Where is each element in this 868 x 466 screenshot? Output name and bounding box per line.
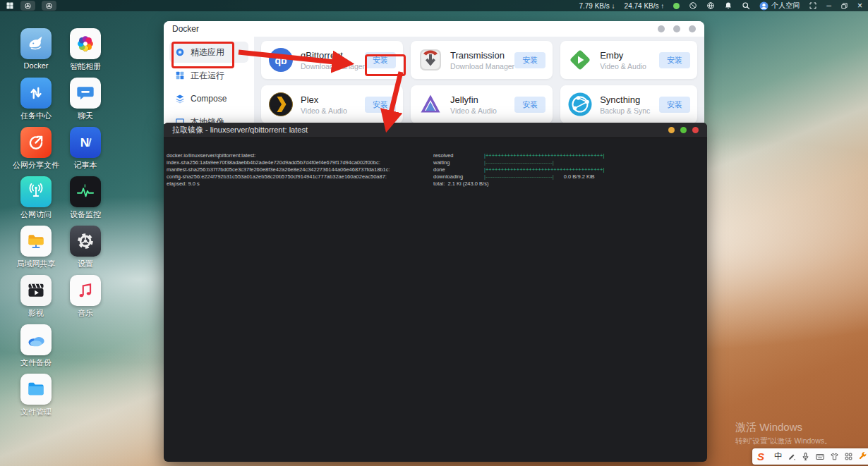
status-dot-icon[interactable] [673, 3, 680, 9]
minimize-button[interactable]: – [826, 1, 831, 10]
desktop-icon-label: 设备监控 [70, 209, 101, 220]
wrench-icon[interactable] [858, 452, 867, 461]
microphone-icon[interactable] [801, 452, 810, 461]
compose-icon [175, 94, 185, 104]
antenna-icon[interactable] [20, 176, 52, 207]
desktop-icon-7[interactable]: 设备监控 [61, 176, 109, 226]
desktop-icon-13[interactable]: 文件管理 [12, 374, 60, 423]
desktop-icon-label: 任务中心 [20, 111, 52, 121]
terminal-maximize-dot[interactable] [680, 127, 687, 133]
fullscreen-icon[interactable] [809, 1, 817, 10]
qbittorrent-logo: qb [268, 47, 294, 73]
desktop-icon-8[interactable]: 局域网共享 [12, 226, 60, 275]
sidebar-item-1[interactable]: 正在运行 [169, 65, 248, 86]
progress-bar: |++++++++++++++++++++++++++++++++++++++| [484, 166, 604, 173]
whale-icon[interactable] [20, 28, 52, 59]
watermark-line1: 激活 Windows [735, 421, 832, 434]
app-card-transmission[interactable]: TransmissionDownload Manager安装 [411, 41, 553, 79]
ime-menu-grid-icon[interactable] [844, 452, 853, 461]
terminal-minimize-dot[interactable] [668, 127, 675, 133]
install-button-jellyfin[interactable]: 安装 [514, 97, 545, 113]
terminal-titlebar[interactable]: 拉取镜像 - linuxserver/qbittorrent: latest [164, 123, 707, 138]
transmission-logo [418, 47, 443, 73]
install-button-qbittorrent[interactable]: 安装 [365, 52, 396, 68]
desktop-icon-4[interactable]: 公网分享文件 [12, 127, 60, 176]
ime-toolbar: S 中 [752, 448, 868, 465]
net-speed-up: 24.74 KB/s ↑ [625, 2, 665, 10]
terminal-close-dot[interactable] [692, 127, 699, 133]
watermark-line2: 转到“设置”以激活 Windows。 [735, 436, 832, 446]
clapperboard-icon[interactable] [20, 275, 52, 306]
app-card-emby[interactable]: EmbyVideo & Audio安装 [560, 41, 697, 79]
app-name: Emby [600, 50, 646, 61]
sidebar-item-0[interactable]: 精选应用 [169, 42, 248, 63]
block-icon[interactable] [689, 1, 697, 10]
desktop-icon-0[interactable]: Docker [12, 28, 60, 78]
progress-bar: |--------------------------------------| [484, 159, 554, 166]
desktop-icon-9[interactable]: 设置 [61, 226, 109, 275]
notification-bell-icon[interactable] [724, 1, 733, 10]
sogou-logo[interactable]: S [757, 451, 764, 462]
plex-logo [268, 92, 294, 117]
desktop-icon-5[interactable]: N记事本 [61, 127, 109, 176]
desktop-icon-label: 记事本 [74, 160, 97, 171]
window-minimize-dot[interactable] [658, 25, 665, 32]
sidebar-item-label: Compose [191, 94, 227, 104]
search-icon[interactable] [742, 1, 750, 10]
taskbar-app-1-wheel-icon[interactable] [20, 1, 35, 11]
app-card-qbittorrent[interactable]: qbqBittorrentDownload Manager安装 [261, 41, 403, 79]
install-button-plex[interactable]: 安装 [365, 97, 396, 113]
install-button-transmission[interactable]: 安装 [514, 52, 545, 68]
folder-icon[interactable] [20, 374, 52, 405]
user-space[interactable]: 个人空间 [759, 1, 800, 11]
terminal-line: config-sha256:e224f792b31c553a01a2eb58c2… [167, 173, 706, 180]
desktop-icon-1[interactable]: 智能相册 [61, 28, 109, 78]
start-menu-icon[interactable] [6, 1, 14, 10]
pen-icon[interactable] [788, 453, 796, 461]
desktop-icon-label: 文件管理 [20, 407, 52, 417]
heartbeat-icon[interactable] [70, 176, 101, 207]
window-close-dot[interactable] [689, 25, 696, 32]
restore-window-icon[interactable] [840, 2, 848, 10]
taskbar-app-2-wheel-icon[interactable] [42, 1, 56, 11]
gear-icon[interactable] [70, 226, 101, 257]
updown-arrows-icon[interactable] [20, 78, 52, 109]
chat-bubble-icon[interactable] [70, 78, 101, 109]
flower-icon[interactable] [70, 28, 101, 59]
app-card-syncthing[interactable]: SyncthingBackup & Sync安装 [560, 85, 697, 123]
desktop-icon-label: 聊天 [78, 111, 93, 121]
close-button[interactable]: × [857, 1, 862, 10]
install-button-syncthing[interactable]: 安装 [659, 97, 690, 113]
desktop-icon-10[interactable]: 影视 [12, 275, 60, 324]
keyboard-icon[interactable] [815, 452, 825, 462]
desktop-icon-label: 影视 [28, 308, 44, 319]
app-name: Transmission [450, 50, 514, 61]
ime-mode-chinese[interactable]: 中 [774, 450, 783, 462]
desktop-icon-12[interactable]: 文件备份 [12, 324, 60, 374]
desktop-icon-2[interactable]: 任务中心 [12, 78, 60, 127]
cloud-icon[interactable] [20, 324, 52, 355]
desktop-icon-label: 局域网共享 [17, 259, 56, 269]
install-button-emby[interactable]: 安装 [659, 52, 690, 68]
desktop-icon-11[interactable]: 音乐 [61, 275, 109, 324]
app-card-jellyfin[interactable]: JellyfinVideo & Audio安装 [411, 85, 553, 123]
desktop-icon-6[interactable]: 公网访问 [12, 176, 60, 226]
letter-n-icon[interactable]: N [70, 127, 101, 158]
desktop-icon-label: 设置 [78, 259, 93, 269]
svg-text:N: N [80, 135, 90, 149]
desktop-icon-label: 音乐 [78, 308, 93, 319]
sidebar-item-2[interactable]: Compose [169, 88, 248, 109]
music-note-icon[interactable] [70, 275, 101, 306]
window-maximize-dot[interactable] [673, 25, 680, 32]
desktop-icon-3[interactable]: 聊天 [61, 78, 109, 127]
progress-size: 0.0 B/9.2 KiB [564, 173, 595, 180]
docker-sidebar: 精选应用正在运行Compose本地镜像 [164, 37, 254, 124]
globe-icon[interactable] [706, 1, 715, 10]
docker-window-titlebar[interactable]: Docker [164, 21, 704, 37]
app-card-plex[interactable]: PlexVideo & Audio安装 [261, 85, 403, 123]
share-arrow-icon[interactable] [20, 127, 52, 158]
folder-network-icon[interactable] [20, 226, 52, 257]
skin-tshirt-icon[interactable] [830, 452, 839, 461]
app-category: Video & Audio [450, 106, 497, 115]
docker-app-grid: qbqBittorrentDownload Manager安装Transmiss… [254, 37, 704, 124]
